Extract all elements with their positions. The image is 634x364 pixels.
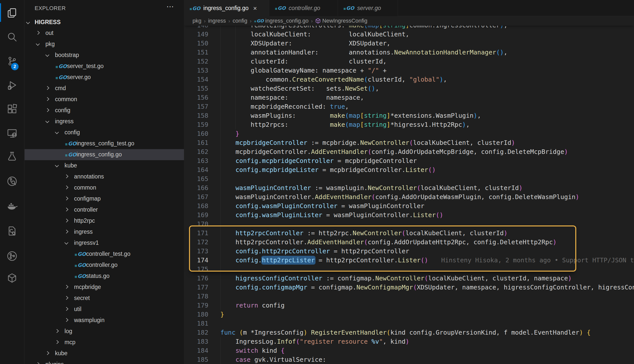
code-line[interactable]: 162 mcpbridgeController.AddEventHandler(… xyxy=(184,147,634,156)
folder-item-secret[interactable]: secret xyxy=(25,293,184,304)
line-number[interactable]: 154 xyxy=(184,75,208,84)
line-number[interactable]: 169 xyxy=(184,211,208,220)
code-line[interactable]: 171 http2rpcController := http2rpc.NewCo… xyxy=(184,229,634,238)
line-number[interactable]: 161 xyxy=(184,138,208,147)
folder-item-kube[interactable]: kube xyxy=(25,160,184,171)
folder-item-annotations[interactable]: annotations xyxy=(25,171,184,182)
file-item-ingress_config_test.go[interactable]: GOingress_config_test.go xyxy=(25,138,184,149)
code-line[interactable]: 160 } xyxy=(184,129,634,138)
code-line[interactable]: 172 http2rpcController.AddEventHandler(c… xyxy=(184,238,634,247)
line-number[interactable]: 174 xyxy=(184,256,208,265)
line-number[interactable]: 183 xyxy=(184,337,208,346)
line-number[interactable]: 185 xyxy=(184,355,208,364)
file-item-server.go[interactable]: GOserver.go xyxy=(25,72,184,83)
folder-item-configmap[interactable]: configmap xyxy=(25,193,184,204)
code-line[interactable]: 184 switch kind { xyxy=(184,346,634,355)
explorer-more-actions-button[interactable]: ⋯ xyxy=(166,2,174,11)
line-number[interactable]: 181 xyxy=(184,319,208,328)
line-number[interactable]: 179 xyxy=(184,301,208,310)
folder-item-http2rpc[interactable]: http2rpc xyxy=(25,215,184,226)
breadcrumb-item-pkg[interactable]: pkg xyxy=(193,18,201,24)
line-number[interactable]: 165 xyxy=(184,174,208,184)
line-number[interactable]: 157 xyxy=(184,102,208,111)
folder-item-mcpbridge[interactable]: mcpbridge xyxy=(25,282,184,293)
folder-item-controller[interactable]: controller xyxy=(25,204,184,215)
line-number[interactable]: 178 xyxy=(184,292,208,301)
code-line[interactable]: 156 namespace: namespace, xyxy=(184,93,634,102)
line-number[interactable]: 168 xyxy=(184,202,208,211)
code-line[interactable]: 166 wasmPluginController := wasmplugin.N… xyxy=(184,184,634,193)
code-line[interactable]: 155 watchedSecretSet: sets.NewSet(), xyxy=(184,84,634,93)
code-line[interactable]: 181 xyxy=(184,319,634,328)
line-number[interactable]: 149 xyxy=(184,30,208,39)
file-item-server_test.go[interactable]: GOserver_test.go xyxy=(25,61,184,72)
line-number[interactable]: 163 xyxy=(184,156,208,165)
folder-item-util[interactable]: util xyxy=(25,304,184,315)
code-line[interactable]: 164 config.mcpbridgeLister = mcpbridgeCo… xyxy=(184,165,634,174)
line-number[interactable]: 176 xyxy=(184,274,208,283)
code-line[interactable]: 158 wasmPlugins: make(map[string]*extens… xyxy=(184,111,634,120)
code-line[interactable]: 161 mcpbridgeController := mcpbridge.New… xyxy=(184,138,634,147)
breadcrumb-item-config[interactable]: ›config xyxy=(226,18,247,24)
line-number[interactable]: 162 xyxy=(184,147,208,156)
tab-ingress_config.go[interactable]: GOingress_config.go× xyxy=(184,0,269,16)
search-icon[interactable] xyxy=(6,31,18,43)
code-line[interactable]: 152 clusterId: clusterId, xyxy=(184,57,634,66)
breadcrumb-item-ingress_config.go[interactable]: ›GOingress_config.go xyxy=(247,18,308,24)
hexagon-extension-icon[interactable] xyxy=(6,272,18,284)
gitlens-icon[interactable] xyxy=(6,175,18,187)
line-number[interactable]: 172 xyxy=(184,238,208,247)
code-line[interactable]: 157 mcpbridgeReconciled: true, xyxy=(184,102,634,111)
code-line[interactable]: 183 IngressLog.Infof("register resource … xyxy=(184,337,634,346)
tab-controller.go[interactable]: GOcontroller.go xyxy=(269,0,338,16)
line-number[interactable]: 180 xyxy=(184,310,208,319)
testing-icon[interactable] xyxy=(6,150,18,162)
folder-item-ingressv1[interactable]: ingressv1 xyxy=(25,237,184,249)
folder-item-kube[interactable]: kube xyxy=(25,348,184,359)
folder-item-common[interactable]: common xyxy=(25,94,184,105)
folder-item-ingress[interactable]: ingress xyxy=(25,116,184,127)
line-number[interactable]: 156 xyxy=(184,93,208,102)
code-line[interactable]: 170 xyxy=(184,220,634,229)
file-item-status.go[interactable]: GOstatus.go xyxy=(25,271,184,282)
folder-item-cmd[interactable]: cmd xyxy=(25,83,184,94)
code-line[interactable]: 176 higressConfigController := configmap… xyxy=(184,274,634,283)
remote-explorer-icon[interactable] xyxy=(6,127,18,139)
code-line[interactable]: 175 xyxy=(184,265,634,274)
run-debug-icon[interactable] xyxy=(6,79,18,91)
breadcrumb-item-NewIngressConfig[interactable]: ›NewIngressConfig xyxy=(308,18,367,24)
line-number[interactable]: 160 xyxy=(184,129,208,138)
code-line[interactable]: 154 common.CreateConvertedName(clusterId… xyxy=(184,75,634,84)
folder-item-pkg[interactable]: pkg xyxy=(25,39,184,50)
folder-item-wasmplugin[interactable]: wasmplugin xyxy=(25,315,184,326)
folder-item-common[interactable]: common xyxy=(25,182,184,193)
docker-icon[interactable] xyxy=(6,200,18,212)
folder-item-mcp[interactable]: mcp xyxy=(25,337,184,348)
folder-item-out[interactable]: out xyxy=(25,28,184,39)
code-line[interactable]: 163 config.mcpbridgeController = mcpbrid… xyxy=(184,156,634,165)
code-line[interactable]: 168 config.wasmPluginController = wasmPl… xyxy=(184,202,634,211)
folder-item-config[interactable]: config xyxy=(25,105,184,116)
code-line[interactable]: 150 XDSUpdater: XDSUpdater, xyxy=(184,39,634,48)
file-item-ingress_config.go[interactable]: GOingress_config.go xyxy=(25,149,184,160)
cmake-tools-icon[interactable] xyxy=(6,225,18,237)
line-number[interactable]: 167 xyxy=(184,193,208,202)
code-line[interactable]: 179 return config xyxy=(184,301,634,310)
line-number[interactable]: 182 xyxy=(184,328,208,337)
line-number[interactable]: 159 xyxy=(184,120,208,129)
file-item-controller.go[interactable]: GOcontroller.go xyxy=(25,260,184,271)
code-line[interactable]: 178 xyxy=(184,292,634,301)
code-line[interactable]: 149 localKubeClient: localKubeClient, xyxy=(184,30,634,39)
workspace-section-header[interactable]: HIGRESS xyxy=(25,17,184,28)
line-number[interactable]: 177 xyxy=(184,283,208,292)
code-line[interactable]: 180} xyxy=(184,310,634,319)
code-editor[interactable]: 148 remoteIngressControllers: make(map[s… xyxy=(184,0,634,364)
tab-server.go[interactable]: GOserver.go xyxy=(338,0,398,16)
explorer-icon[interactable] xyxy=(6,7,18,19)
code-line[interactable]: 151 annotationHandler: annotations.NewAn… xyxy=(184,48,634,57)
code-line[interactable]: 182func (m *IngressConfig) RegisterEvent… xyxy=(184,328,634,337)
code-line[interactable]: 177 config.configmapMgr = configmap.NewC… xyxy=(184,283,634,292)
code-line[interactable]: 169 config.wasmPluginLister = wasmPlugin… xyxy=(184,211,634,220)
line-number[interactable]: 150 xyxy=(184,39,208,48)
code-line[interactable]: 174 config.http2rpcLister = http2rpcCont… xyxy=(184,256,634,265)
